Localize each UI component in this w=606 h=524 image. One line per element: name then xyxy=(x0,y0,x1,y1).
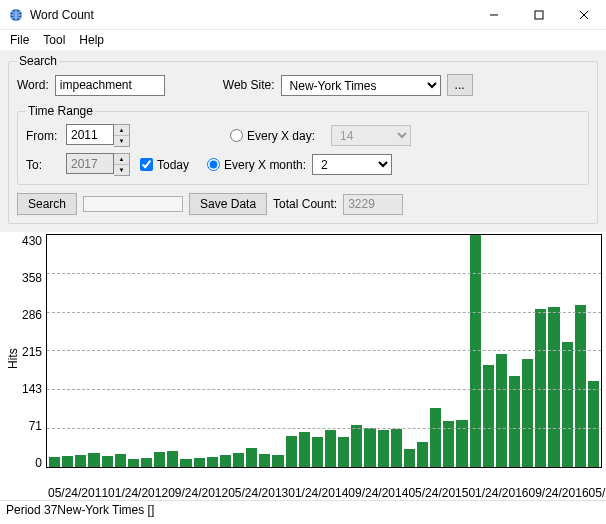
chart-bar[interactable] xyxy=(102,456,113,467)
chart-bar[interactable] xyxy=(220,455,231,467)
word-input[interactable] xyxy=(55,75,165,96)
chart-bar[interactable] xyxy=(562,342,573,467)
chart-bar[interactable] xyxy=(430,408,441,467)
menu-file[interactable]: File xyxy=(4,31,35,49)
chart-bar[interactable] xyxy=(180,459,191,467)
xtick: 05/24/2013 xyxy=(228,486,288,500)
chart-bar[interactable] xyxy=(286,436,297,467)
chart-bar[interactable] xyxy=(49,457,60,467)
today-checkbox[interactable]: Today xyxy=(140,158,189,172)
every-month-label: Every X month: xyxy=(224,158,306,172)
save-data-button[interactable]: Save Data xyxy=(189,193,267,215)
every-month-radio[interactable]: Every X month: xyxy=(207,158,306,172)
chart-bar[interactable] xyxy=(509,376,520,467)
chart-bar[interactable] xyxy=(233,453,244,467)
xtick: 05/24/20 xyxy=(589,486,606,500)
time-range-group: Time Range From: ▲▼ Every X day: 14 To: xyxy=(17,104,589,185)
chart-ylabel: Hits xyxy=(4,234,22,484)
close-button[interactable] xyxy=(561,0,606,30)
search-group-label: Search xyxy=(17,54,59,68)
spin-down-icon[interactable]: ▼ xyxy=(114,136,129,147)
chart-bar[interactable] xyxy=(312,437,323,467)
maximize-button[interactable] xyxy=(516,0,561,30)
from-input[interactable] xyxy=(66,124,114,145)
chart-bar[interactable] xyxy=(128,459,139,467)
time-range-label: Time Range xyxy=(26,104,95,118)
xtick: 09/24/2014 xyxy=(348,486,408,500)
to-spinner[interactable]: ▲▼ xyxy=(66,153,130,176)
chart-bar[interactable] xyxy=(351,425,362,467)
to-label: To: xyxy=(26,158,60,172)
xtick: 05/24/2015 xyxy=(408,486,468,500)
xtick: 09/24/2016 xyxy=(529,486,589,500)
chart-yaxis: 430358286215143710 xyxy=(22,234,46,484)
minimize-button[interactable] xyxy=(471,0,516,30)
chart-bar[interactable] xyxy=(154,452,165,467)
chart-bar[interactable] xyxy=(167,451,178,467)
chart-bar[interactable] xyxy=(378,430,389,467)
website-select[interactable]: New-York Times xyxy=(281,75,441,96)
progress-bar xyxy=(83,196,183,212)
spin-down-icon[interactable]: ▼ xyxy=(114,165,129,176)
website-label: Web Site: xyxy=(223,78,275,92)
chart-bar[interactable] xyxy=(88,453,99,467)
ytick: 286 xyxy=(22,308,42,322)
window-titlebar: Word Count xyxy=(0,0,606,30)
from-spinner[interactable]: ▲▼ xyxy=(66,124,130,147)
ytick: 143 xyxy=(22,382,42,396)
search-group: Search Word: Web Site: New-York Times ..… xyxy=(8,54,598,224)
chart-bar[interactable] xyxy=(272,455,283,467)
spin-up-icon[interactable]: ▲ xyxy=(114,154,129,165)
chart-bar[interactable] xyxy=(207,457,218,467)
xtick: 09/24/2012 xyxy=(168,486,228,500)
chart-bar[interactable] xyxy=(470,235,481,467)
ytick: 0 xyxy=(35,456,42,470)
xtick: 05/24/2011 xyxy=(48,486,108,500)
chart-bar[interactable] xyxy=(522,359,533,467)
svg-rect-2 xyxy=(535,11,543,19)
chart-bar[interactable] xyxy=(75,455,86,467)
chart-bar[interactable] xyxy=(548,307,559,467)
chart-bar[interactable] xyxy=(62,456,73,467)
app-icon xyxy=(8,7,24,23)
search-button[interactable]: Search xyxy=(17,193,77,215)
chart-bar[interactable] xyxy=(338,437,349,467)
chart-bar[interactable] xyxy=(141,458,152,467)
chart-bar[interactable] xyxy=(483,365,494,468)
spin-up-icon[interactable]: ▲ xyxy=(114,125,129,136)
ytick: 358 xyxy=(22,271,42,285)
chart-bar[interactable] xyxy=(456,420,467,467)
chart-bar[interactable] xyxy=(299,432,310,467)
chart-bar[interactable] xyxy=(259,454,270,467)
xtick: 01/24/2012 xyxy=(108,486,168,500)
ytick: 71 xyxy=(29,419,42,433)
chart-bar[interactable] xyxy=(404,449,415,467)
chart-bar[interactable] xyxy=(194,458,205,467)
chart-bar[interactable] xyxy=(391,429,402,467)
xtick: 01/24/2016 xyxy=(468,486,528,500)
ytick: 430 xyxy=(22,234,42,248)
chart-bar[interactable] xyxy=(588,381,599,467)
every-month-select[interactable]: 2 xyxy=(312,154,392,175)
menubar: File Tool Help xyxy=(0,30,606,50)
every-day-select: 14 xyxy=(331,125,411,146)
to-input xyxy=(66,153,114,174)
chart-bar[interactable] xyxy=(417,442,428,467)
menu-tool[interactable]: Tool xyxy=(37,31,71,49)
total-count-value xyxy=(343,194,403,215)
chart-area: Hits 430358286215143710 05/24/201101/24/… xyxy=(0,232,606,500)
browse-button[interactable]: ... xyxy=(447,74,473,96)
total-count-label: Total Count: xyxy=(273,197,337,211)
chart-bar[interactable] xyxy=(325,430,336,467)
chart-bar[interactable] xyxy=(246,448,257,467)
chart-bar[interactable] xyxy=(496,354,507,467)
from-label: From: xyxy=(26,129,60,143)
menu-help[interactable]: Help xyxy=(73,31,110,49)
every-day-radio[interactable]: Every X day: xyxy=(230,129,315,143)
xtick: 01/24/2014 xyxy=(288,486,348,500)
chart-bar[interactable] xyxy=(115,454,126,467)
chart-plot[interactable] xyxy=(46,234,602,468)
chart-bar[interactable] xyxy=(364,428,375,467)
chart-bar[interactable] xyxy=(575,305,586,467)
status-bar: Period 37New-York Times [] xyxy=(0,500,606,519)
